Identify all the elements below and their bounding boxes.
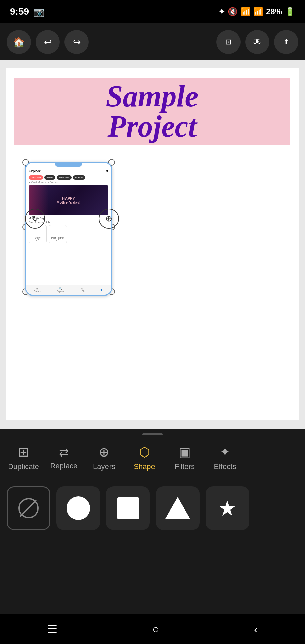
tab-filters[interactable]: ▣ Filters [165, 439, 205, 476]
layers-icon: ⊕ [99, 445, 110, 460]
circle-icon [67, 496, 90, 520]
phone-header: Explore ⚙ [29, 168, 108, 174]
layers-label: Layers [93, 462, 115, 471]
tab-effects[interactable]: ✦ Effects [205, 439, 245, 476]
shape-label: Shape [134, 462, 155, 471]
phone-tab-business: Business [57, 175, 72, 180]
phone-settings-icon: ⚙ [105, 169, 108, 173]
phone-mockup: Explore ⚙ Discover Reels Business Events… [25, 162, 112, 296]
phone-tab-events: Events [73, 175, 85, 180]
toolbar-right: ⊡ 👁 ⬆ [216, 30, 298, 54]
phone-template-portrait-label: Post Portrait4:5 [51, 237, 64, 241]
shape-circle-button[interactable] [56, 486, 100, 530]
status-time: 9:59 [10, 6, 29, 17]
status-left: 9:59 📷 [10, 6, 45, 17]
nav-menu-button[interactable]: ☰ [47, 622, 57, 636]
bottom-panel: ⊞ Duplicate ⇄ Replace ⊕ Layers ⬡ Shape ▣… [0, 429, 305, 644]
signal-icon: 📶 [253, 7, 263, 16]
banner-text: SampleProject [106, 81, 198, 142]
camera-icon: 📷 [33, 6, 45, 17]
status-bar: 9:59 📷 ✦ 🔇 📶 📶 28% 🔋 [0, 0, 305, 23]
shape-grid: ★ [0, 476, 305, 540]
square-icon [117, 497, 139, 519]
phone-template-story-label: Story4:5 [35, 237, 40, 241]
tab-layers[interactable]: ⊕ Layers [84, 439, 124, 476]
phone-tabs: Discover Reels Business Events [29, 175, 108, 180]
share-button[interactable]: ⬆ [274, 30, 298, 54]
replace-icon: ⇄ [59, 445, 69, 459]
replace-label: Replace [50, 462, 78, 470]
phone-container[interactable]: Explore ⚙ Discover Reels Business Events… [25, 162, 112, 313]
phone-screen: Explore ⚙ Discover Reels Business Events… [26, 167, 111, 246]
toolbar-left: 🏠 ↩ ↪ [7, 30, 89, 54]
top-toolbar: 🏠 ↩ ↪ ⊡ 👁 ⬆ [0, 23, 305, 60]
phone-tab-reels: Reels [44, 175, 55, 180]
battery-text: 28% [266, 7, 282, 16]
undo-button[interactable]: ↩ [36, 30, 60, 54]
filters-icon: ▣ [179, 445, 191, 460]
mute-icon: 🔇 [228, 7, 238, 16]
phone-gold-label: ● Gold Members Premiere [29, 181, 108, 184]
filters-label: Filters [175, 462, 195, 471]
tab-replace[interactable]: ⇄ Replace [44, 439, 84, 476]
duplicate-label: Duplicate [8, 462, 39, 471]
tab-duplicate[interactable]: ⊞ Duplicate [3, 439, 44, 476]
compare-button[interactable]: ⊡ [216, 30, 241, 54]
preview-button[interactable]: 👁 [245, 30, 269, 54]
phone-notch [55, 163, 82, 167]
phone-nav-explore: 🔍Explore [57, 287, 65, 292]
duplicate-icon: ⊞ [18, 445, 29, 460]
redo-button[interactable]: ↪ [64, 30, 89, 54]
move-button[interactable]: ⊕ [99, 209, 119, 229]
shape-square-button[interactable] [106, 486, 150, 530]
bottom-nav: ☰ ○ ‹ [0, 614, 305, 644]
phone-nav-count: ⊡198 [81, 287, 85, 292]
triangle-icon [165, 497, 190, 519]
shape-triangle-button[interactable] [156, 486, 200, 530]
phone-image-text: HAPPYMother's day! [56, 196, 80, 204]
transform-handles: ↻ ⊕ [25, 209, 119, 229]
phone-bottom-nav: ⊞Create 🔍Explore ⊡198 👤 [26, 285, 111, 295]
status-right: ✦ 🔇 📶 📶 28% 🔋 [218, 7, 295, 16]
phone-nav-profile: 👤 [100, 289, 103, 291]
shape-icon: ⬡ [139, 445, 150, 460]
wifi-icon: 📶 [241, 7, 251, 16]
shape-none-button[interactable] [7, 486, 50, 530]
effects-label: Effects [214, 462, 236, 471]
bluetooth-icon: ✦ [218, 7, 225, 16]
canvas-content: SampleProject Explore ⚙ [6, 68, 299, 420]
pink-banner: SampleProject [14, 78, 290, 145]
tab-shape[interactable]: ⬡ Shape [124, 439, 165, 476]
star-icon: ★ [218, 496, 237, 521]
rotate-button[interactable]: ↻ [25, 209, 45, 229]
effects-icon: ✦ [220, 445, 230, 460]
battery-icon: 🔋 [285, 7, 295, 16]
home-button[interactable]: 🏠 [7, 30, 31, 54]
phone-nav-create: ⊞Create [34, 287, 41, 292]
drag-indicator [142, 433, 163, 435]
nav-back-button[interactable]: ‹ [254, 623, 258, 636]
nav-home-button[interactable]: ○ [152, 623, 159, 636]
canvas-area: SampleProject Explore ⚙ [0, 60, 305, 429]
phone-tab-discover: Discover [29, 175, 43, 180]
tool-tabs: ⊞ Duplicate ⇄ Replace ⊕ Layers ⬡ Shape ▣… [0, 439, 305, 476]
no-shape-icon [18, 498, 39, 518]
shape-star-button[interactable]: ★ [206, 486, 249, 530]
phone-explore-title: Explore [29, 169, 41, 173]
